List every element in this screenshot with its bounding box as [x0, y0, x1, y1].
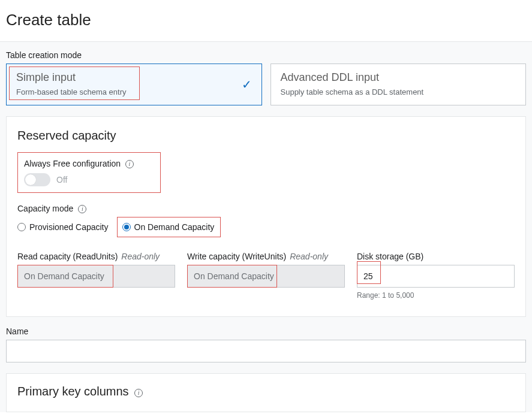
page-title: Create table: [0, 0, 532, 41]
primary-key-title: Primary key columns: [17, 385, 129, 398]
always-free-state: Off: [56, 175, 67, 185]
mode-advanced-desc: Supply table schema as a DDL statement: [281, 87, 516, 96]
reserved-capacity-title: Reserved capacity: [17, 129, 515, 143]
disk-storage-label: Disk storage (GB): [357, 252, 423, 261]
mode-card-advanced[interactable]: Advanced DDL input Supply table schema a…: [270, 64, 527, 105]
mode-advanced-title: Advanced DDL input: [281, 71, 516, 84]
write-capacity-ro: Read-only: [290, 252, 328, 261]
write-capacity-input: On Demand Capacity: [187, 265, 345, 288]
radio-icon: [17, 223, 26, 231]
mode-label: Table creation mode: [6, 50, 526, 60]
mode-simple-title: Simple input: [16, 71, 252, 84]
reserved-capacity-panel: Reserved capacity Always Free configurat…: [6, 116, 526, 317]
check-icon: ✓: [242, 77, 252, 92]
always-free-label: Always Free configuration: [24, 159, 121, 168]
read-capacity-input: On Demand Capacity: [17, 265, 175, 288]
radio-icon: [122, 223, 131, 231]
radio-provisioned-label: Provisioned Capacity: [29, 222, 109, 232]
read-capacity-ro: Read-only: [121, 252, 160, 261]
mode-selector: Simple input Form-based table schema ent…: [6, 64, 526, 105]
radio-on-demand-label: On Demand Capacity: [134, 222, 215, 232]
primary-key-panel: Primary key columns i: [6, 373, 526, 412]
capacity-mode-label: Capacity mode: [17, 204, 73, 213]
mode-simple-desc: Form-based table schema entry: [16, 87, 252, 96]
info-icon[interactable]: i: [78, 205, 86, 213]
read-capacity-label: Read capacity (ReadUnits): [17, 252, 118, 261]
always-free-toggle[interactable]: [24, 173, 50, 186]
name-label: Name: [6, 327, 526, 336]
radio-on-demand[interactable]: On Demand Capacity: [122, 222, 215, 232]
mode-card-simple[interactable]: Simple input Form-based table schema ent…: [6, 64, 262, 105]
always-free-box: Always Free configuration i Off: [17, 152, 161, 193]
write-capacity-label: Write capacity (WriteUnits): [187, 252, 286, 261]
info-icon[interactable]: i: [134, 389, 143, 397]
disk-storage-range: Range: 1 to 5,000: [357, 291, 515, 300]
radio-provisioned[interactable]: Provisioned Capacity: [17, 222, 109, 232]
info-icon[interactable]: i: [125, 160, 134, 168]
name-input[interactable]: [6, 340, 526, 362]
disk-storage-input[interactable]: [357, 265, 515, 288]
